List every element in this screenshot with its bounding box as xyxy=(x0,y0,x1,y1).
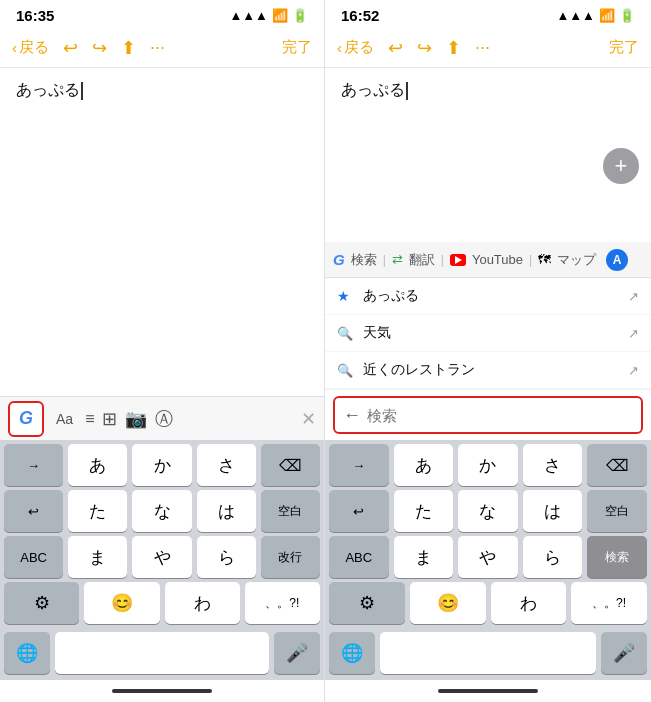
left-format-bar: G Aa ≡ ⊞ 📷 Ⓐ ✕ xyxy=(0,396,324,440)
kb-ha[interactable]: は xyxy=(197,490,256,532)
map-label[interactable]: マップ xyxy=(557,251,596,269)
right-kb-ma[interactable]: ま xyxy=(394,536,454,578)
right-kb-na[interactable]: な xyxy=(458,490,518,532)
left-back-button[interactable]: ‹ 戻る xyxy=(8,36,53,59)
kb-settings[interactable]: ⚙ xyxy=(4,582,79,624)
right-more-button[interactable]: ··· xyxy=(471,35,494,60)
kb-return[interactable]: 改行 xyxy=(261,536,320,578)
right-kb-emoji[interactable]: 😊 xyxy=(410,582,486,624)
kb-sa[interactable]: さ xyxy=(197,444,256,486)
right-kb-backspace[interactable]: ⌫ xyxy=(587,444,647,486)
sugg-text-1: 天気 xyxy=(363,324,620,342)
kb-mic[interactable]: 🎤 xyxy=(274,632,320,674)
left-notes-area: あっぷる xyxy=(0,68,324,396)
right-kb-settings[interactable]: ⚙ xyxy=(329,582,405,624)
kb-ka[interactable]: か xyxy=(132,444,191,486)
translate-label[interactable]: 翻訳 xyxy=(409,251,435,269)
plus-button[interactable]: + xyxy=(603,148,639,184)
right-kb-wa[interactable]: わ xyxy=(491,582,567,624)
right-notes-text: あっぷる xyxy=(341,81,405,98)
left-status-bar: 16:35 ▲▲▲ 📶 🔋 xyxy=(0,0,324,28)
left-undo-button[interactable]: ↩ xyxy=(59,35,82,61)
camera-button[interactable]: 📷 xyxy=(125,408,147,430)
right-done-button[interactable]: 完了 xyxy=(605,36,643,59)
left-more-button[interactable]: ··· xyxy=(146,35,169,60)
kb-ya[interactable]: や xyxy=(132,536,191,578)
list-button[interactable]: ≡ xyxy=(85,410,94,428)
map-icon: 🗺 xyxy=(538,252,551,267)
kb-emoji[interactable]: 😊 xyxy=(84,582,159,624)
kb-abc[interactable]: ABC xyxy=(4,536,63,578)
right-kb-ha[interactable]: は xyxy=(523,490,583,532)
right-status-bar: 16:52 ▲▲▲ 📶 🔋 xyxy=(325,0,651,28)
right-share-button[interactable]: ⬆ xyxy=(442,35,465,61)
right-kb-undo[interactable]: ↩ xyxy=(329,490,389,532)
kb-kigou[interactable]: 、。?! xyxy=(245,582,320,624)
right-kb-arrow[interactable]: → xyxy=(329,444,389,486)
youtube-label[interactable]: YouTube xyxy=(472,252,523,267)
right-notes-area: あっぷる xyxy=(325,68,651,242)
search-back-arrow[interactable]: ← xyxy=(343,405,361,426)
kb-space-bar[interactable] xyxy=(55,632,269,674)
kb-space[interactable]: 空白 xyxy=(261,490,320,532)
right-kb-a[interactable]: あ xyxy=(394,444,454,486)
left-time: 16:35 xyxy=(16,7,54,24)
aa-button[interactable]: Aa xyxy=(52,409,77,429)
right-kb-space[interactable]: 空白 xyxy=(587,490,647,532)
left-done-button[interactable]: 完了 xyxy=(278,36,316,59)
left-home-indicator xyxy=(0,680,324,702)
kb-ma[interactable]: ま xyxy=(68,536,127,578)
suggestion-item-2[interactable]: 🔍 近くのレストラン ↗ xyxy=(325,352,651,389)
right-status-icons: ▲▲▲ 📶 🔋 xyxy=(556,8,635,23)
right-kb-abc[interactable]: ABC xyxy=(329,536,389,578)
kb-undo[interactable]: ↩ xyxy=(4,490,63,532)
account-icon[interactable]: A xyxy=(606,249,628,271)
kb-arrow-right[interactable]: → xyxy=(4,444,63,486)
kb-ra[interactable]: ら xyxy=(197,536,256,578)
kb-row-2: ↩ た な は 空白 xyxy=(0,490,324,532)
sugg-text-0: あっぷる xyxy=(363,287,620,305)
suggestion-item-0[interactable]: ★ あっぷる ↗ xyxy=(325,278,651,315)
circle-a-button[interactable]: Ⓐ xyxy=(155,407,173,431)
right-home-indicator xyxy=(325,680,651,702)
suggestion-item-1[interactable]: 🔍 天気 ↗ xyxy=(325,315,651,352)
notes-text: あっぷる xyxy=(16,81,80,98)
kb-row-3: ABC ま や ら 改行 xyxy=(0,536,324,578)
google-button[interactable]: G xyxy=(8,401,44,437)
right-kb-ta[interactable]: た xyxy=(394,490,454,532)
right-kb-sa[interactable]: さ xyxy=(523,444,583,486)
right-kb-ka[interactable]: か xyxy=(458,444,518,486)
right-kb-ra[interactable]: ら xyxy=(523,536,583,578)
sugg-arrow-1: ↗ xyxy=(628,326,639,341)
kb-a[interactable]: あ xyxy=(68,444,127,486)
kb-globe[interactable]: 🌐 xyxy=(4,632,50,674)
left-redo-button[interactable]: ↪ xyxy=(88,35,111,61)
left-share-button[interactable]: ⬆ xyxy=(117,35,140,61)
right-home-bar xyxy=(438,689,538,693)
table-button[interactable]: ⊞ xyxy=(102,408,117,430)
cursor xyxy=(81,82,83,100)
account-circle[interactable]: A xyxy=(606,249,628,271)
kb-ta[interactable]: た xyxy=(68,490,127,532)
battery-icon: 🔋 xyxy=(292,8,308,23)
search-input[interactable] xyxy=(367,407,633,424)
signal-icon: ▲▲▲ xyxy=(229,8,268,23)
sugg-text-2: 近くのレストラン xyxy=(363,361,620,379)
kb-backspace[interactable]: ⌫ xyxy=(261,444,320,486)
right-kb-kigou[interactable]: 、。?! xyxy=(571,582,647,624)
right-back-button[interactable]: ‹ 戻る xyxy=(333,36,378,59)
close-button[interactable]: ✕ xyxy=(301,408,316,430)
right-kb-row-2: ↩ た な は 空白 xyxy=(325,490,651,532)
google-search-label[interactable]: 検索 xyxy=(351,251,377,269)
right-undo-button[interactable]: ↩ xyxy=(384,35,407,61)
right-kb-ya[interactable]: や xyxy=(458,536,518,578)
kb-wa[interactable]: わ xyxy=(165,582,240,624)
right-kb-mic[interactable]: 🎤 xyxy=(601,632,647,674)
right-kb-space-bar[interactable] xyxy=(380,632,596,674)
right-kb-globe[interactable]: 🌐 xyxy=(329,632,375,674)
kb-na[interactable]: な xyxy=(132,490,191,532)
right-chevron-left-icon: ‹ xyxy=(337,39,342,56)
home-bar xyxy=(112,689,212,693)
right-kb-search-action[interactable]: 検索 xyxy=(587,536,647,578)
right-redo-button[interactable]: ↪ xyxy=(413,35,436,61)
